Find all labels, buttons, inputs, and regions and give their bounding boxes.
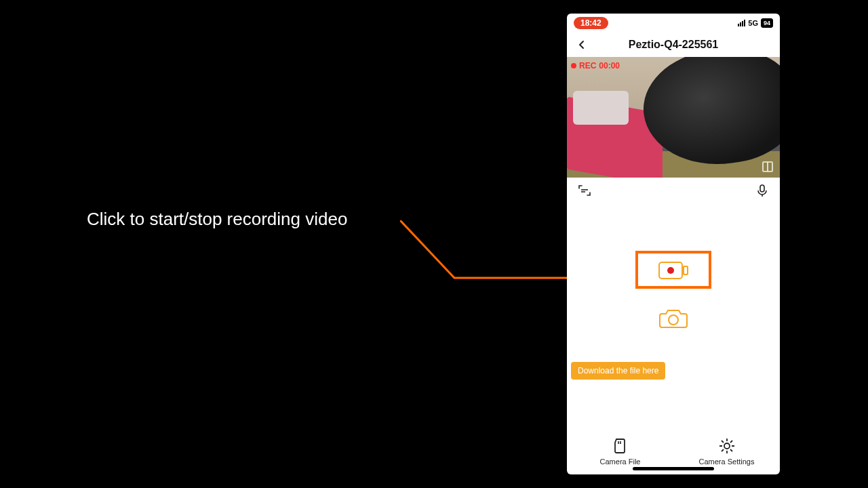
svg-line-20 (730, 441, 732, 443)
tool-row (567, 178, 780, 203)
recording-label: REC (579, 61, 596, 70)
take-photo-button[interactable] (654, 305, 692, 331)
svg-line-17 (722, 441, 724, 443)
status-right-cluster: 5G 94 (738, 18, 773, 28)
svg-line-18 (730, 449, 732, 451)
camera-live-preview[interactable]: REC 00:00 (567, 57, 780, 178)
status-bar: 18:42 5G 94 (567, 14, 780, 33)
svg-point-9 (669, 315, 678, 325)
network-label: 5G (748, 19, 758, 27)
nav-header: Peztio-Q4-225561 (567, 33, 780, 57)
stage: Click to start/stop recording video 18:4… (0, 0, 868, 488)
microphone-button[interactable] (753, 181, 772, 200)
tab-camera-settings-label: Camera Settings (699, 458, 755, 466)
fullscreen-icon (761, 160, 774, 174)
phone-frame: 18:42 5G 94 Peztio-Q4-225561 (567, 14, 780, 474)
sd-card-icon (612, 437, 629, 455)
home-indicator[interactable] (633, 467, 714, 470)
gear-icon (718, 437, 736, 455)
resolution-button[interactable] (575, 181, 594, 200)
status-time-pill: 18:42 (574, 17, 608, 29)
svg-rect-7 (684, 266, 688, 274)
battery-icon: 94 (761, 18, 773, 28)
svg-point-8 (667, 267, 674, 274)
annotation-leader-line (400, 220, 590, 285)
download-tooltip: Download the file here (571, 362, 665, 380)
svg-point-12 (724, 443, 730, 449)
chevron-left-icon (577, 40, 587, 49)
camera-icon (658, 306, 689, 330)
video-record-icon (658, 260, 689, 281)
back-button[interactable] (574, 37, 590, 53)
center-action-area: Download the file here (567, 203, 780, 427)
microphone-icon (755, 184, 769, 197)
preview-scene (567, 57, 780, 178)
svg-line-19 (722, 449, 724, 451)
annotation-label: Click to start/stop recording video (87, 209, 347, 230)
svg-rect-4 (760, 185, 764, 192)
recording-timer: 00:00 (599, 61, 620, 70)
tab-camera-file-label: Camera File (600, 458, 641, 466)
page-title: Peztio-Q4-225561 (629, 39, 719, 51)
signal-bars-icon (738, 20, 745, 26)
fullscreen-button[interactable] (761, 160, 774, 174)
recording-indicator: REC 00:00 (571, 61, 620, 70)
recording-dot-icon (571, 63, 576, 68)
record-video-button[interactable] (654, 258, 692, 283)
resolution-icon (577, 183, 592, 198)
